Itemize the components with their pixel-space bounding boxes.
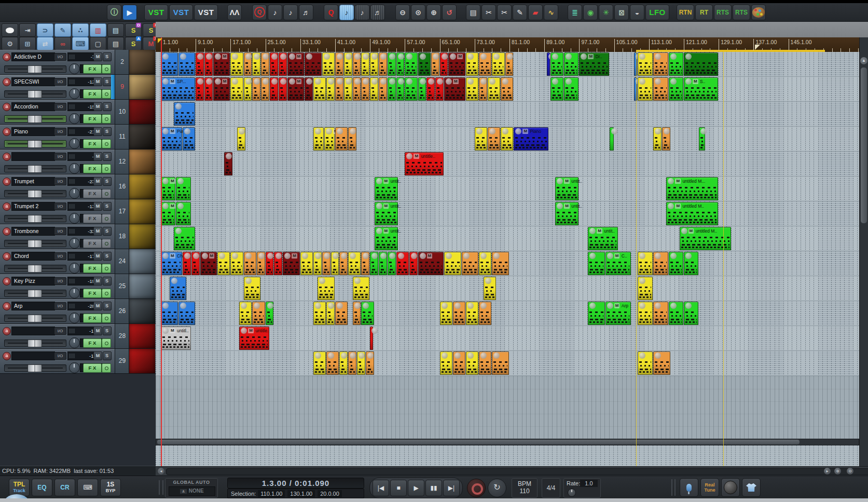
media-item-green[interactable]: MArp — [605, 302, 631, 325]
media-item-orange[interactable] — [453, 351, 465, 375]
io-routing-button[interactable]: I/O — [54, 327, 66, 335]
fx-button[interactable]: F X — [83, 164, 102, 173]
media-item-blue[interactable] — [178, 52, 196, 76]
media-item-green[interactable]: Muntitled M... — [666, 177, 718, 200]
midi-route-icon[interactable]: ◒ — [630, 5, 644, 20]
media-item-green[interactable] — [699, 127, 705, 151]
vertical-scrollbar-handle[interactable] — [861, 67, 867, 223]
io-routing-button[interactable]: I/O — [54, 302, 66, 310]
settings-wrench-icon[interactable]: ⚙ — [2, 37, 18, 50]
media-item-yellow[interactable] — [313, 351, 326, 375]
solo-button[interactable]: S — [103, 227, 112, 236]
media-item-darkred[interactable]: M — [287, 52, 305, 76]
volume-slider[interactable] — [4, 165, 66, 172]
track-name-field[interactable] — [11, 327, 55, 335]
media-item-green[interactable] — [379, 252, 387, 275]
track-name-field[interactable] — [11, 351, 55, 360]
media-item-orange[interactable] — [335, 77, 343, 101]
media-item-yellow[interactable] — [339, 351, 348, 375]
selection-display[interactable]: Selection: 110.1.00 130.1.00 20.0.00 — [227, 489, 364, 498]
virtual-keys-button[interactable]: ⌨ — [77, 479, 98, 496]
media-item-yellow[interactable] — [440, 351, 452, 375]
fx-power-button[interactable] — [102, 164, 111, 173]
notes-bubble-icon[interactable] — [2, 23, 18, 37]
arrange-grid[interactable]: MMMMDr..MSP...MMMMS..MPianoMMPianoMuntit… — [156, 52, 859, 439]
route-visibility-icon[interactable]: ◉ — [583, 5, 598, 20]
item-grouping-icon[interactable]: ⇥ — [19, 23, 36, 37]
rts-button-1[interactable]: RTS — [714, 5, 732, 20]
pan-knob[interactable] — [69, 138, 80, 149]
pan-knob[interactable] — [69, 63, 80, 74]
media-item-red[interactable] — [279, 77, 287, 101]
fx-button[interactable]: F X — [83, 64, 102, 74]
media-explorer-icon[interactable]: ▤ — [107, 23, 124, 37]
fx-power-button[interactable] — [102, 289, 111, 298]
record-button[interactable] — [467, 479, 486, 497]
volume-slider[interactable] — [4, 340, 66, 347]
media-item-yellow[interactable] — [475, 127, 487, 151]
scrollbar-handle[interactable] — [157, 440, 800, 444]
volume-slider[interactable] — [4, 240, 66, 247]
media-item-orange[interactable] — [653, 252, 668, 275]
io-routing-button[interactable]: I/O — [54, 352, 66, 360]
automation-mode-button[interactable]: a — [3, 153, 11, 161]
bpm-box[interactable]: BPM 110 — [512, 478, 538, 498]
media-item-green[interactable] — [370, 252, 378, 275]
transport-position-display[interactable]: 1.3.00 / 0:01.090 — [227, 478, 364, 489]
volume-slider[interactable] — [4, 65, 66, 73]
mute-button[interactable]: M — [93, 202, 102, 211]
track-name-field[interactable] — [11, 152, 55, 161]
media-item-green[interactable]: Muntit.. — [588, 227, 618, 250]
media-item-orange[interactable] — [379, 52, 387, 76]
media-item-red[interactable] — [196, 52, 204, 76]
media-item-orange[interactable] — [335, 127, 348, 151]
media-item-yellow[interactable] — [653, 127, 662, 151]
media-item-navy[interactable]: MPiano — [514, 127, 548, 151]
vst-white-button[interactable]: VST — [194, 5, 218, 20]
mute-button[interactable]: M — [93, 327, 102, 335]
grid-note-icon-2[interactable]: ♪ — [355, 5, 369, 20]
media-item-darkred[interactable]: M — [444, 77, 465, 101]
volume-slider-handle[interactable] — [27, 190, 42, 198]
media-item-green[interactable] — [564, 52, 578, 76]
media-item-green[interactable] — [176, 202, 190, 225]
arrange-row-track-11[interactable]: MPianoMMPiano — [156, 127, 859, 152]
io-routing-button[interactable]: I/O — [54, 202, 66, 210]
media-item-orange[interactable] — [348, 127, 356, 151]
scroll-up-button[interactable]: ▲ — [860, 57, 867, 64]
fx-power-button[interactable] — [102, 214, 111, 223]
arrange-row-track-25[interactable] — [156, 276, 859, 301]
fx-button[interactable]: F X — [83, 214, 102, 223]
plugin-logo-button[interactable] — [721, 478, 740, 497]
bypass-button[interactable]: 1SBYP — [100, 479, 121, 496]
io-routing-button[interactable]: I/O — [54, 178, 66, 185]
media-item-green[interactable] — [610, 127, 613, 151]
grid-note-icon-3[interactable]: ♬ — [370, 5, 385, 20]
media-item-red[interactable] — [266, 252, 274, 275]
media-item-darkgreen[interactable]: MDr.. — [579, 52, 609, 76]
media-item-yellow[interactable] — [230, 52, 243, 76]
media-item-red[interactable] — [409, 252, 418, 275]
volume-slider-handle[interactable] — [27, 265, 42, 273]
metering-icon[interactable]: ▥ — [90, 23, 106, 37]
media-item-orange[interactable] — [653, 302, 668, 325]
track-name-field[interactable]: Key Pizz — [11, 277, 55, 286]
volume-slider-handle[interactable] — [27, 165, 42, 173]
media-item-yellow[interactable] — [300, 252, 313, 275]
arrange-row-track-10[interactable] — [156, 102, 859, 127]
volume-slider-handle[interactable] — [27, 240, 42, 248]
quantize-circle-icon[interactable]: Q — [252, 5, 267, 20]
media-item-green[interactable] — [684, 302, 698, 325]
media-item-yellow[interactable] — [370, 77, 378, 101]
fx-button[interactable]: F X — [83, 189, 102, 198]
scrollbar-2-handle[interactable] — [166, 468, 868, 475]
arrange-row-track-16[interactable]: Muntit..Muntit..Muntit..Muntitled M... — [156, 177, 859, 201]
volume-slider-handle[interactable] — [27, 290, 42, 297]
media-item-yellow[interactable] — [252, 52, 260, 76]
fx-button[interactable]: F X — [83, 264, 102, 273]
media-item-blue[interactable]: MSP... — [161, 77, 195, 101]
media-item-orange[interactable] — [353, 77, 361, 101]
global-auto-mode[interactable]: ∧NONE — [169, 486, 215, 496]
fx-power-button[interactable] — [102, 114, 111, 124]
grid-settings-icon[interactable]: ⊞ — [19, 37, 36, 50]
